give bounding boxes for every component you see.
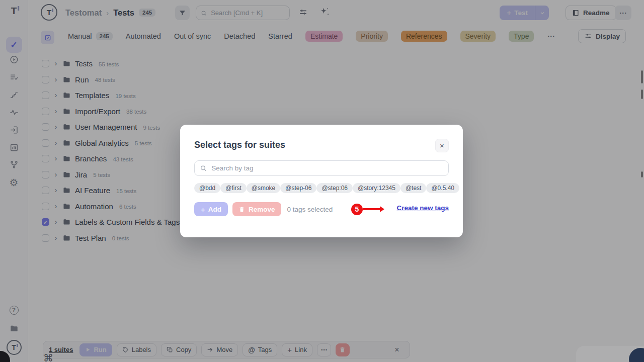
step-number-badge: 5	[351, 204, 363, 215]
trash-icon	[238, 206, 245, 213]
tag-pill[interactable]: @bdd	[194, 183, 220, 193]
tag-search-input[interactable]	[210, 164, 443, 172]
annotation-arrow	[363, 208, 380, 210]
modal-close-button[interactable]: ×	[435, 139, 449, 152]
annotation-arrowhead	[380, 206, 384, 212]
close-icon: ×	[440, 141, 444, 150]
add-tags-button[interactable]: + Add	[194, 202, 228, 216]
app-screen: T ✓⚙?T T Testomat › Tests 245	[0, 0, 644, 362]
plus-icon: +	[201, 205, 205, 214]
select-tags-modal: Select tags for suites × @bdd@first@smok…	[180, 125, 463, 237]
step-annotation: 5	[351, 202, 384, 216]
selected-count-text: 0 tags selected	[287, 206, 333, 213]
tag-pill[interactable]: @step:06	[316, 183, 353, 193]
remove-tags-button[interactable]: Remove	[232, 202, 281, 216]
search-icon	[200, 164, 207, 172]
tag-pill[interactable]: @story:12345	[353, 183, 400, 193]
tag-pill[interactable]: @first	[220, 183, 247, 193]
tag-pill[interactable]: @step-06	[280, 183, 316, 193]
tag-pill[interactable]: @0.5.40	[426, 183, 459, 193]
tag-pill[interactable]: @test	[400, 183, 427, 193]
modal-title: Select tags for suites	[194, 140, 285, 150]
tag-pill[interactable]: @smoke	[247, 183, 281, 193]
tag-search[interactable]	[194, 160, 449, 176]
create-new-tags-link[interactable]: Create new tags	[396, 204, 449, 212]
tag-list: @bdd@first@smoke@step-06@step:06@story:1…	[194, 183, 449, 193]
